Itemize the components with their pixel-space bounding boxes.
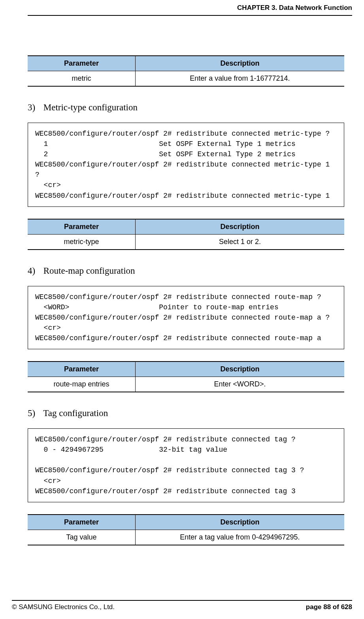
th-description: Description (135, 362, 344, 377)
cell-param: metric (28, 71, 135, 87)
param-table-metric: Parameter Description metric Enter a val… (28, 55, 344, 87)
table-row: metric Enter a value from 1-16777214. (28, 71, 344, 87)
step-3-heading: 3) Metric-type configuration (28, 102, 344, 113)
th-description: Description (135, 56, 344, 71)
footer-page-number: page 88 of 628 (306, 603, 352, 611)
table-row: metric-type Select 1 or 2. (28, 234, 344, 250)
step-title: Route-map configuration (43, 266, 135, 276)
th-description: Description (135, 219, 344, 235)
cell-param: route-map entries (28, 377, 135, 392)
footer-copyright: © SAMSUNG Electronics Co., Ltd. (12, 603, 115, 611)
code-block-metric-type: WEC8500/configure/router/ospf 2# redistr… (28, 123, 344, 207)
running-header: CHAPTER 3. Data Network Function (28, 4, 352, 16)
th-description: Description (135, 515, 344, 530)
table-row: Tag value Enter a tag value from 0-42949… (28, 530, 344, 545)
th-parameter: Parameter (28, 515, 135, 530)
table-row: route-map entries Enter <WORD>. (28, 377, 344, 392)
cell-param: metric-type (28, 234, 135, 250)
page-footer: © SAMSUNG Electronics Co., Ltd. page 88 … (12, 600, 352, 611)
step-number: 5) (28, 408, 41, 418)
cell-desc: Select 1 or 2. (135, 234, 344, 250)
param-table-tag: Parameter Description Tag value Enter a … (28, 514, 344, 545)
cell-desc: Enter a tag value from 0-4294967295. (135, 530, 344, 545)
th-parameter: Parameter (28, 56, 135, 71)
th-parameter: Parameter (28, 362, 135, 377)
cell-desc: Enter <WORD>. (135, 377, 344, 392)
step-title: Metric-type configuration (43, 102, 138, 112)
step-number: 3) (28, 102, 41, 113)
cell-desc: Enter a value from 1-16777214. (135, 71, 344, 87)
th-parameter: Parameter (28, 219, 135, 235)
step-5-heading: 5) Tag configuration (28, 408, 344, 418)
cell-param: Tag value (28, 530, 135, 545)
code-block-route-map: WEC8500/configure/router/ospf 2# redistr… (28, 286, 344, 349)
code-block-tag: WEC8500/configure/router/ospf 2# redistr… (28, 428, 344, 502)
step-title: Tag configuration (43, 408, 108, 418)
param-table-route-map: Parameter Description route-map entries … (28, 361, 344, 392)
step-number: 4) (28, 266, 41, 276)
step-4-heading: 4) Route-map configuration (28, 266, 344, 276)
param-table-metric-type: Parameter Description metric-type Select… (28, 219, 344, 250)
